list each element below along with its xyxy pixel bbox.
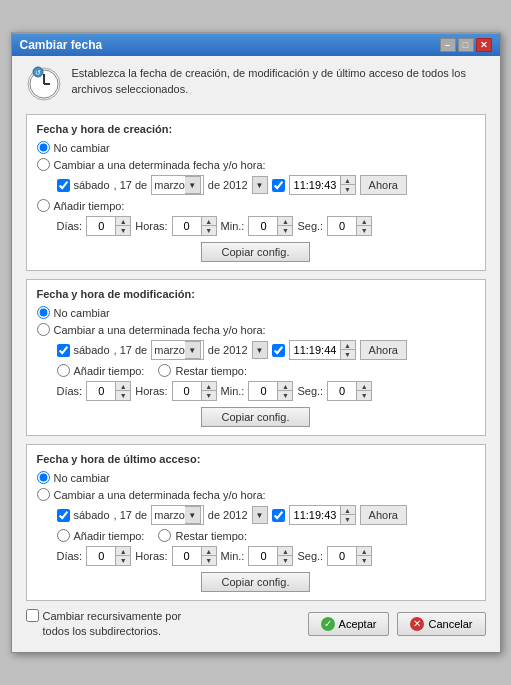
days-down-creation[interactable]: ▼ — [116, 226, 130, 235]
restar-tiempo-access-radio[interactable] — [158, 529, 171, 542]
hours-up-access[interactable]: ▲ — [202, 547, 216, 556]
sec-up-creation[interactable]: ▲ — [357, 217, 371, 226]
date-checkbox-creation[interactable] — [57, 179, 70, 192]
hours-up-creation[interactable]: ▲ — [202, 217, 216, 226]
time-up-access[interactable]: ▲ — [341, 506, 355, 515]
cancel-button[interactable]: ✕ Cancelar — [397, 612, 485, 636]
min-down-creation[interactable]: ▼ — [278, 226, 292, 235]
days-down-access[interactable]: ▼ — [116, 556, 130, 565]
month-combo-creation[interactable]: marzo ▼ — [151, 175, 204, 195]
time-checkbox-access[interactable] — [272, 509, 285, 522]
sec-up-mod[interactable]: ▲ — [357, 382, 371, 391]
month-dropdown-btn-creation[interactable]: ▼ — [185, 176, 201, 194]
days-input-access[interactable] — [86, 546, 116, 566]
year-dropdown-btn-creation[interactable]: ▼ — [252, 176, 268, 194]
hours-down-creation[interactable]: ▼ — [202, 226, 216, 235]
hours-down-mod[interactable]: ▼ — [202, 391, 216, 400]
days-up-access[interactable]: ▲ — [116, 547, 130, 556]
date-checkbox-access[interactable] — [57, 509, 70, 522]
time-input-access[interactable] — [289, 505, 341, 525]
no-cambiar-access-row: No cambiar — [37, 471, 475, 484]
copy-config-access-btn[interactable]: Copiar config. — [201, 572, 311, 592]
sec-input-access[interactable] — [327, 546, 357, 566]
time-input-mod[interactable] — [289, 340, 341, 360]
header-section: ↺ Establezca la fecha de creación, de mo… — [26, 66, 486, 102]
anadir-tiempo-mod-label: Añadir tiempo: — [74, 365, 145, 377]
no-cambiar-creation-radio[interactable] — [37, 141, 50, 154]
time-up-mod[interactable]: ▲ — [341, 341, 355, 350]
sec-input-mod[interactable] — [327, 381, 357, 401]
copy-config-mod-btn[interactable]: Copiar config. — [201, 407, 311, 427]
bottom-section: Cambiar recursivamente por todos los sub… — [26, 609, 486, 642]
time-spinner-creation: ▲ ▼ — [289, 175, 356, 195]
year-dropdown-btn-mod[interactable]: ▼ — [252, 341, 268, 359]
accept-button[interactable]: ✓ Aceptar — [308, 612, 390, 636]
cambiar-fecha-access-radio[interactable] — [37, 488, 50, 501]
time-down-access[interactable]: ▼ — [341, 515, 355, 524]
time-spinner-access: ▲ ▼ — [289, 505, 356, 525]
ahora-btn-creation[interactable]: Ahora — [360, 175, 407, 195]
month-dropdown-btn-mod[interactable]: ▼ — [185, 341, 201, 359]
min-up-access[interactable]: ▲ — [278, 547, 292, 556]
sec-input-creation[interactable] — [327, 216, 357, 236]
time-checkbox-creation[interactable] — [272, 179, 285, 192]
anadir-tiempo-creation-radio[interactable] — [37, 199, 50, 212]
min-down-mod[interactable]: ▼ — [278, 391, 292, 400]
hours-input-mod[interactable] — [172, 381, 202, 401]
cancel-icon: ✕ — [410, 617, 424, 631]
month-combo-access[interactable]: marzo ▼ — [151, 505, 204, 525]
hours-input-creation[interactable] — [172, 216, 202, 236]
anadir-tiempo-mod-radio[interactable] — [57, 364, 70, 377]
close-button[interactable]: ✕ — [476, 38, 492, 52]
cambiar-fecha-creation-label: Cambiar a una determinada fecha y/o hora… — [54, 159, 266, 171]
min-spinner-access: ▲ ▼ — [248, 546, 293, 566]
month-dropdown-btn-access[interactable]: ▼ — [185, 506, 201, 524]
min-input-access[interactable] — [248, 546, 278, 566]
cambiar-fecha-access-label: Cambiar a una determinada fecha y/o hora… — [54, 489, 266, 501]
recursive-checkbox[interactable] — [26, 609, 39, 622]
maximize-button[interactable]: □ — [458, 38, 474, 52]
min-input-mod[interactable] — [248, 381, 278, 401]
min-up-mod[interactable]: ▲ — [278, 382, 292, 391]
no-cambiar-access-radio[interactable] — [37, 471, 50, 484]
minimize-button[interactable]: – — [440, 38, 456, 52]
restar-tiempo-access-row: Restar tiempo: — [158, 529, 247, 542]
hours-input-access[interactable] — [172, 546, 202, 566]
no-cambiar-mod-label: No cambiar — [54, 307, 110, 319]
time-fields-access: Días: ▲ ▼ Horas: ▲ ▼ Min.: — [57, 546, 475, 566]
hours-spinner-btns-creation: ▲ ▼ — [202, 216, 217, 236]
time-checkbox-mod[interactable] — [272, 344, 285, 357]
sec-up-access[interactable]: ▲ — [357, 547, 371, 556]
min-input-creation[interactable] — [248, 216, 278, 236]
days-up-mod[interactable]: ▲ — [116, 382, 130, 391]
cambiar-fecha-creation-radio[interactable] — [37, 158, 50, 171]
time-down-mod[interactable]: ▼ — [341, 350, 355, 359]
copy-config-creation-btn[interactable]: Copiar config. — [201, 242, 311, 262]
sec-down-mod[interactable]: ▼ — [357, 391, 371, 400]
anadir-tiempo-access-radio[interactable] — [57, 529, 70, 542]
days-input-mod[interactable] — [86, 381, 116, 401]
month-combo-mod[interactable]: marzo ▼ — [151, 340, 204, 360]
time-spinner-btns-mod: ▲ ▼ — [341, 340, 356, 360]
date-sep2-access: de 2012 — [208, 509, 248, 521]
days-input-creation[interactable] — [86, 216, 116, 236]
cambiar-fecha-mod-radio[interactable] — [37, 323, 50, 336]
ahora-btn-access[interactable]: Ahora — [360, 505, 407, 525]
date-checkbox-mod[interactable] — [57, 344, 70, 357]
sec-down-creation[interactable]: ▼ — [357, 226, 371, 235]
title-bar: Cambiar fecha – □ ✕ — [12, 34, 500, 56]
days-down-mod[interactable]: ▼ — [116, 391, 130, 400]
time-up-creation[interactable]: ▲ — [341, 176, 355, 185]
min-up-creation[interactable]: ▲ — [278, 217, 292, 226]
year-dropdown-btn-access[interactable]: ▼ — [252, 506, 268, 524]
ahora-btn-mod[interactable]: Ahora — [360, 340, 407, 360]
hours-up-mod[interactable]: ▲ — [202, 382, 216, 391]
restar-tiempo-mod-radio[interactable] — [158, 364, 171, 377]
no-cambiar-mod-radio[interactable] — [37, 306, 50, 319]
days-up-creation[interactable]: ▲ — [116, 217, 130, 226]
time-down-creation[interactable]: ▼ — [341, 185, 355, 194]
hours-down-access[interactable]: ▼ — [202, 556, 216, 565]
min-down-access[interactable]: ▼ — [278, 556, 292, 565]
time-input-creation[interactable] — [289, 175, 341, 195]
sec-down-access[interactable]: ▼ — [357, 556, 371, 565]
